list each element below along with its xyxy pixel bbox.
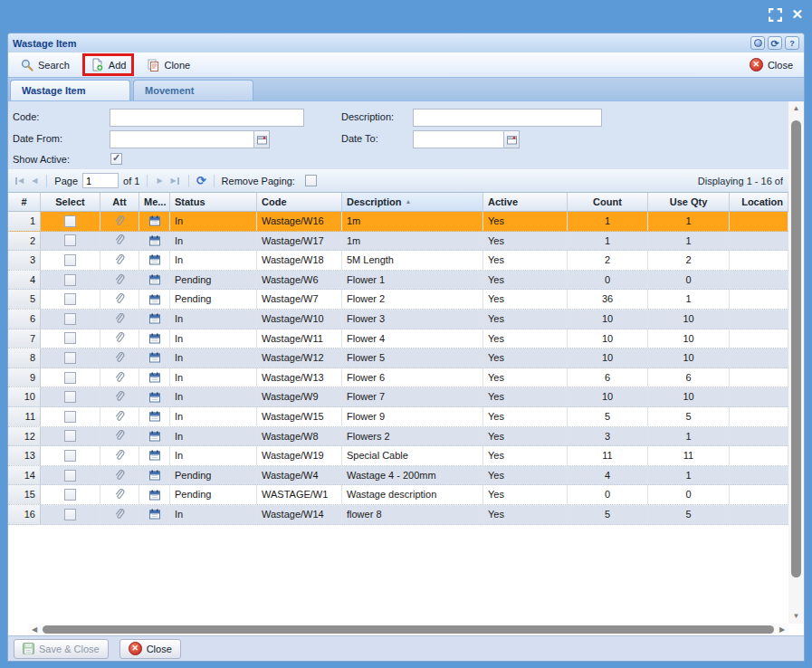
movement-calendar-icon[interactable] xyxy=(149,254,160,265)
movement-calendar-icon[interactable] xyxy=(149,470,160,481)
attachment-icon[interactable] xyxy=(114,254,125,266)
attachment-icon[interactable] xyxy=(114,372,125,384)
attachment-icon[interactable] xyxy=(114,352,125,364)
attachment-icon[interactable] xyxy=(114,332,125,344)
attachment-icon[interactable] xyxy=(114,215,125,227)
movement-calendar-icon[interactable] xyxy=(149,294,160,305)
column-header-active[interactable]: Active xyxy=(483,193,568,211)
horizontal-scrollbar[interactable]: ◀ ▶ xyxy=(28,624,788,635)
first-page-button[interactable]: ◀ xyxy=(14,177,25,185)
row-select-checkbox[interactable] xyxy=(64,489,76,501)
column-header-code[interactable]: Code xyxy=(257,193,342,211)
movement-calendar-icon[interactable] xyxy=(149,450,160,461)
table-row[interactable]: 15PendingWASTAGE/W1Wastage descriptionYe… xyxy=(8,485,788,505)
movement-calendar-icon[interactable] xyxy=(149,411,160,422)
row-select-checkbox[interactable] xyxy=(64,352,76,364)
settings-button[interactable] xyxy=(750,36,765,50)
search-button[interactable]: Search xyxy=(15,57,75,73)
date-from-calendar-button[interactable] xyxy=(254,130,270,148)
attachment-icon[interactable] xyxy=(114,313,125,325)
table-row[interactable]: 9InWastage/W13Flower 6Yes66 xyxy=(8,368,788,388)
table-row[interactable]: 12InWastage/W8Flowers 2Yes31 xyxy=(8,427,788,447)
table-row[interactable]: 1InWastage/W161mYes11 xyxy=(8,212,788,232)
date-to-calendar-button[interactable] xyxy=(504,130,520,148)
table-row[interactable]: 7InWastage/W11Flower 4Yes1010 xyxy=(8,329,788,349)
row-select-checkbox[interactable] xyxy=(64,372,76,384)
date-from-input[interactable] xyxy=(110,130,254,148)
movement-calendar-icon[interactable] xyxy=(149,431,160,442)
app-close-icon[interactable]: ✕ xyxy=(791,7,803,22)
attachment-icon[interactable] xyxy=(114,391,125,403)
column-header-status[interactable]: Status xyxy=(170,193,257,211)
scroll-left-icon[interactable]: ◀ xyxy=(28,624,41,635)
table-row[interactable]: 3InWastage/W185M LengthYes22 xyxy=(8,251,788,271)
scroll-up-icon[interactable]: ▲ xyxy=(788,101,804,116)
column-header-use-qty[interactable]: Use Qty xyxy=(648,193,730,211)
column-header-count[interactable]: Count xyxy=(568,193,648,211)
column-header-description[interactable]: Description▲ xyxy=(342,193,483,211)
table-row[interactable]: 11InWastage/W15Flower 9Yes55 xyxy=(8,407,788,427)
toolbar-close-button[interactable]: ✕ Close xyxy=(744,56,798,73)
description-input[interactable] xyxy=(413,109,602,127)
vertical-scrollbar[interactable]: ▲ ▼ xyxy=(788,101,804,624)
movement-calendar-icon[interactable] xyxy=(149,313,160,324)
tab-movement[interactable]: Movement xyxy=(133,80,253,100)
row-select-checkbox[interactable] xyxy=(64,313,76,325)
code-input[interactable] xyxy=(110,109,304,127)
row-select-checkbox[interactable] xyxy=(64,470,76,482)
fullscreen-expand-icon[interactable] xyxy=(769,8,782,22)
table-row[interactable]: 8InWastage/W12Flower 5Yes1010 xyxy=(8,348,788,368)
table-row[interactable]: 4PendingWastage/W6Flower 1Yes00 xyxy=(8,271,788,291)
table-row[interactable]: 10InWastage/W9Flower 7Yes1010 xyxy=(8,387,788,407)
column-header-me[interactable]: Me... xyxy=(139,193,170,211)
movement-calendar-icon[interactable] xyxy=(149,274,160,285)
next-page-button[interactable]: ▶ xyxy=(155,177,164,185)
scroll-down-icon[interactable]: ▼ xyxy=(788,609,804,624)
attachment-icon[interactable] xyxy=(114,234,125,246)
movement-calendar-icon[interactable] xyxy=(149,372,160,383)
attachment-icon[interactable] xyxy=(114,293,125,305)
scroll-right-icon[interactable]: ▶ xyxy=(776,624,788,635)
horizontal-scroll-thumb[interactable] xyxy=(43,625,774,634)
movement-calendar-icon[interactable] xyxy=(149,235,160,246)
attachment-icon[interactable] xyxy=(114,411,125,423)
vertical-scroll-thumb[interactable] xyxy=(791,120,801,577)
row-select-checkbox[interactable] xyxy=(64,509,76,520)
refresh-button[interactable]: ⟳ xyxy=(768,36,782,50)
clone-button[interactable]: Clone xyxy=(141,57,196,73)
remove-paging-checkbox[interactable] xyxy=(305,175,317,186)
attachment-icon[interactable] xyxy=(114,274,125,286)
help-button[interactable]: ? xyxy=(785,36,799,50)
grid-refresh-button[interactable]: ⟳ xyxy=(196,175,206,186)
attachment-icon[interactable] xyxy=(114,470,125,482)
date-to-input[interactable] xyxy=(413,130,504,148)
add-button[interactable]: Add xyxy=(85,56,132,73)
table-row[interactable]: 2InWastage/W171mYes11 xyxy=(8,232,788,252)
row-select-checkbox[interactable] xyxy=(64,391,76,403)
column-header-att[interactable]: Att xyxy=(100,193,139,211)
table-row[interactable]: 14PendingWastage/W4Wastage 4 - 200mmYes4… xyxy=(8,466,788,486)
table-row[interactable]: 16InWastage/W14flower 8Yes55 xyxy=(8,505,788,525)
table-row[interactable]: 13InWastage/W19Special CableYes1111 xyxy=(8,446,788,466)
row-select-checkbox[interactable] xyxy=(64,215,76,227)
table-row[interactable]: 5PendingWastage/W7Flower 2Yes361 xyxy=(8,290,788,310)
show-active-checkbox[interactable] xyxy=(110,153,122,165)
movement-calendar-icon[interactable] xyxy=(149,333,160,344)
tab-wastage-item[interactable]: Wastage Item xyxy=(10,80,130,100)
attachment-icon[interactable] xyxy=(114,450,125,462)
movement-calendar-icon[interactable] xyxy=(149,215,160,226)
row-select-checkbox[interactable] xyxy=(64,332,76,344)
row-select-checkbox[interactable] xyxy=(64,293,76,305)
save-close-button[interactable]: Save & Close xyxy=(14,639,109,659)
column-header-[interactable]: # xyxy=(8,193,41,211)
row-select-checkbox[interactable] xyxy=(64,234,76,246)
row-select-checkbox[interactable] xyxy=(64,411,76,423)
prev-page-button[interactable]: ◀ xyxy=(30,177,39,185)
attachment-icon[interactable] xyxy=(114,489,125,501)
last-page-button[interactable]: ▶ xyxy=(169,177,181,185)
row-select-checkbox[interactable] xyxy=(64,274,76,286)
row-select-checkbox[interactable] xyxy=(64,450,76,462)
table-row[interactable]: 6InWastage/W10Flower 3Yes1010 xyxy=(8,310,788,329)
row-select-checkbox[interactable] xyxy=(64,430,76,442)
movement-calendar-icon[interactable] xyxy=(149,352,160,363)
